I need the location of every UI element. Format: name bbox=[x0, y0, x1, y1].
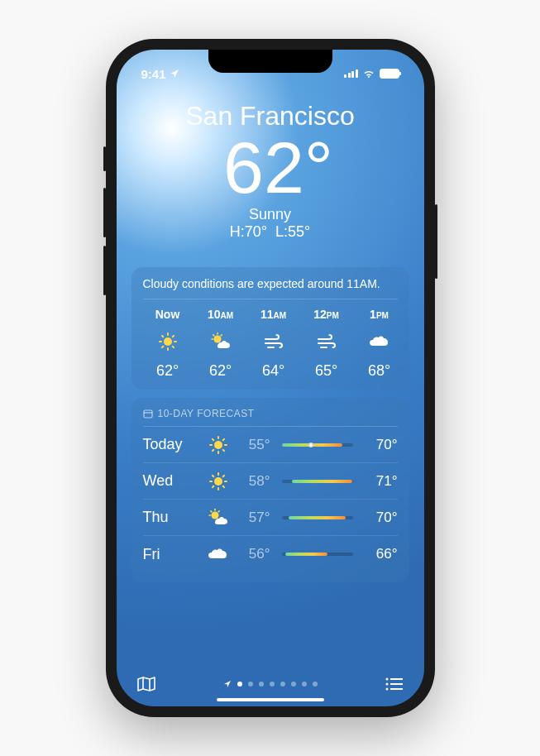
hourly-item[interactable]: 10AM62° bbox=[196, 308, 246, 380]
sunny-icon bbox=[158, 331, 178, 352]
home-indicator[interactable] bbox=[217, 698, 324, 701]
svg-point-9 bbox=[213, 336, 221, 343]
day-low-temp: 58° bbox=[237, 473, 270, 490]
partly-cloudy-icon bbox=[210, 331, 232, 352]
hourly-item[interactable]: Now62° bbox=[143, 308, 193, 380]
cloudy-icon bbox=[206, 546, 231, 562]
daily-row[interactable]: Today55°70° bbox=[143, 427, 398, 463]
notch bbox=[208, 50, 332, 73]
daily-forecast-header: 10-DAY FORECAST bbox=[143, 408, 398, 427]
current-temperature: 62° bbox=[148, 132, 409, 204]
hourly-item[interactable]: 1PM68° bbox=[355, 308, 398, 380]
temp-range-bar bbox=[282, 443, 353, 447]
high-low-temps: H:70° L:55° bbox=[131, 223, 409, 241]
cellular-signal-icon bbox=[344, 69, 358, 78]
cloudy-icon bbox=[369, 331, 390, 352]
svg-line-5 bbox=[161, 336, 162, 337]
svg-line-13 bbox=[221, 335, 222, 336]
day-high-temp: 66° bbox=[365, 546, 398, 562]
day-low-temp: 56° bbox=[237, 546, 270, 562]
svg-point-16 bbox=[214, 441, 222, 449]
svg-line-22 bbox=[222, 449, 223, 450]
page-dot[interactable] bbox=[259, 682, 264, 687]
day-name: Wed bbox=[143, 472, 199, 490]
low-temp: L:55° bbox=[275, 223, 310, 240]
svg-point-39 bbox=[385, 678, 388, 681]
daily-row[interactable]: Thu57°70° bbox=[143, 500, 398, 536]
svg-line-33 bbox=[222, 475, 223, 476]
page-dot[interactable] bbox=[270, 682, 275, 687]
page-dot[interactable] bbox=[302, 682, 307, 687]
svg-line-24 bbox=[222, 438, 223, 439]
day-low-temp: 55° bbox=[237, 437, 270, 453]
day-low-temp: 57° bbox=[237, 510, 270, 526]
map-button[interactable] bbox=[136, 675, 156, 693]
page-dot[interactable] bbox=[313, 682, 318, 687]
hourly-summary: Cloudy conditions are expected around 11… bbox=[143, 277, 398, 299]
hour-time: 1PM bbox=[370, 308, 389, 321]
daily-header-label: 10-DAY FORECAST bbox=[158, 408, 255, 419]
day-high-temp: 70° bbox=[365, 437, 398, 453]
hour-time: 10AM bbox=[208, 308, 233, 321]
page-dot[interactable] bbox=[291, 682, 296, 687]
day-name: Today bbox=[143, 436, 199, 453]
svg-rect-14 bbox=[144, 410, 152, 418]
svg-line-38 bbox=[218, 510, 219, 511]
page-indicator[interactable] bbox=[223, 680, 318, 688]
day-high-temp: 71° bbox=[365, 473, 398, 490]
svg-line-37 bbox=[210, 510, 211, 511]
hourly-item[interactable]: 11AM64° bbox=[249, 308, 299, 380]
page-dot[interactable] bbox=[237, 682, 242, 687]
page-dot[interactable] bbox=[248, 682, 253, 687]
hourly-item[interactable]: 12PM65° bbox=[302, 308, 351, 380]
svg-line-7 bbox=[161, 347, 162, 347]
temp-range-bar bbox=[282, 516, 353, 519]
hourly-forecast-row[interactable]: Now62°10AM62°11AM64°12PM65°1PM68°2P70 bbox=[143, 308, 398, 380]
mute-switch[interactable] bbox=[103, 146, 106, 171]
hour-temp: 64° bbox=[262, 362, 284, 380]
volume-up-button[interactable] bbox=[103, 188, 106, 237]
day-name: Fri bbox=[143, 546, 199, 563]
svg-line-8 bbox=[172, 336, 173, 337]
location-dot-icon bbox=[223, 680, 232, 688]
power-button[interactable] bbox=[435, 204, 437, 279]
hour-temp: 65° bbox=[315, 362, 337, 380]
hourly-forecast-card[interactable]: Cloudy conditions are expected around 11… bbox=[131, 267, 409, 390]
partly-cloudy-icon bbox=[206, 508, 231, 528]
daily-forecast-list: Today55°70°Wed58°71°Thu57°70°Fri56°66° bbox=[143, 427, 398, 572]
wind-icon bbox=[316, 331, 337, 352]
wind-icon bbox=[263, 331, 284, 352]
day-name: Thu bbox=[143, 509, 199, 526]
hour-temp: 62° bbox=[156, 362, 179, 380]
list-button[interactable] bbox=[385, 676, 404, 692]
svg-point-0 bbox=[164, 337, 172, 346]
daily-forecast-card[interactable]: 10-DAY FORECAST Today55°70°Wed58°71°Thu5… bbox=[131, 398, 409, 582]
svg-point-43 bbox=[385, 688, 388, 691]
hour-time: Now bbox=[155, 308, 180, 321]
screen: 9:41 San Francisco 62° Sunny H:70° L:55°… bbox=[117, 50, 424, 706]
svg-line-12 bbox=[213, 335, 213, 336]
status-time: 9:41 bbox=[141, 67, 166, 81]
svg-point-34 bbox=[211, 511, 218, 519]
battery-icon bbox=[380, 69, 399, 79]
temp-range-bar bbox=[282, 480, 353, 483]
svg-line-23 bbox=[212, 449, 213, 450]
svg-line-21 bbox=[212, 438, 213, 439]
svg-point-41 bbox=[385, 683, 388, 686]
hour-temp: 62° bbox=[209, 362, 232, 380]
day-high-temp: 70° bbox=[365, 510, 398, 526]
hour-temp: 68° bbox=[368, 362, 390, 380]
svg-point-25 bbox=[214, 477, 222, 486]
map-icon bbox=[136, 675, 156, 693]
sunny-icon bbox=[206, 471, 231, 491]
svg-line-30 bbox=[212, 475, 213, 476]
bottom-toolbar bbox=[117, 675, 424, 693]
wifi-icon bbox=[362, 69, 375, 79]
daily-row[interactable]: Fri56°66° bbox=[143, 536, 398, 572]
page-dot[interactable] bbox=[280, 682, 285, 687]
phone-frame: 9:41 San Francisco 62° Sunny H:70° L:55°… bbox=[106, 39, 435, 717]
daily-row[interactable]: Wed58°71° bbox=[143, 463, 398, 500]
calendar-icon bbox=[143, 409, 153, 419]
svg-line-6 bbox=[172, 347, 173, 347]
volume-down-button[interactable] bbox=[103, 246, 106, 295]
